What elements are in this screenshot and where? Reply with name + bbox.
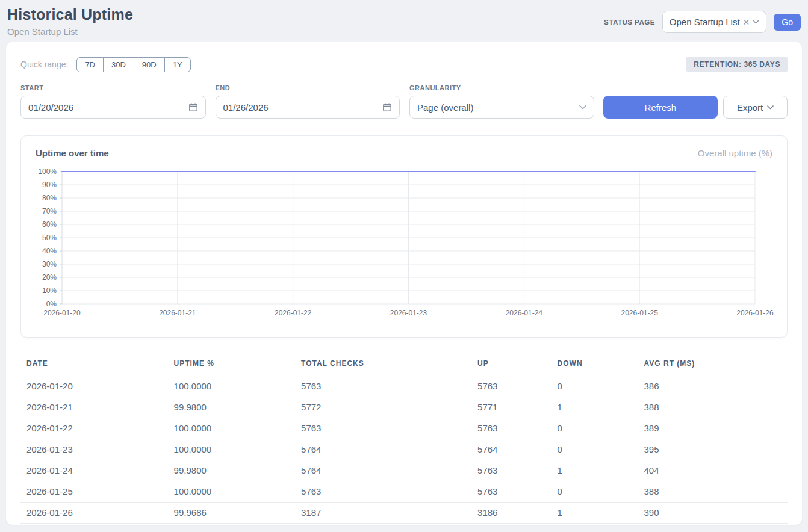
export-button[interactable]: Export xyxy=(723,96,788,119)
chart-title: Uptime over time xyxy=(36,148,109,158)
chart-area: 100%90%80%70%60%50%40%30%20%10%0%2026-01… xyxy=(36,167,772,318)
svg-text:2026-01-22: 2026-01-22 xyxy=(275,309,312,317)
status-page-label: STATUS PAGE xyxy=(604,19,655,26)
table-cell: 5772 xyxy=(295,397,471,418)
table-row: 2026-01-2499.9800576457631404 xyxy=(20,460,788,481)
table-cell: 5763 xyxy=(471,376,551,397)
table-cell: 5763 xyxy=(295,376,471,397)
column-header: DOWN xyxy=(552,353,638,376)
svg-text:80%: 80% xyxy=(42,194,57,202)
table-cell: 99.9800 xyxy=(168,460,295,481)
table-cell: 5763 xyxy=(295,418,471,439)
table-cell: 386 xyxy=(638,376,788,397)
end-label: END xyxy=(216,84,400,91)
svg-text:2026-01-23: 2026-01-23 xyxy=(390,309,427,317)
quick-range-30d[interactable]: 30D xyxy=(103,57,134,72)
svg-text:30%: 30% xyxy=(42,260,57,268)
filters-row: START END GRANULARITY Page (overall) xyxy=(20,84,788,119)
status-page-dropdown[interactable]: Open Startup List ✕ xyxy=(662,11,766,33)
uptime-table: DATEUPTIME %TOTAL CHECKSUPDOWNAVG RT (MS… xyxy=(20,353,788,524)
table-cell: 1 xyxy=(552,460,638,481)
uptime-chart-svg: 100%90%80%70%60%50%40%30%20%10%0%2026-01… xyxy=(36,167,774,318)
end-date-input-box xyxy=(216,96,400,119)
end-date-field: END xyxy=(216,84,400,119)
svg-text:2026-01-25: 2026-01-25 xyxy=(621,309,658,317)
table-head: DATEUPTIME %TOTAL CHECKSUPDOWNAVG RT (MS… xyxy=(20,353,788,376)
table-cell: 2026-01-20 xyxy=(20,376,168,397)
table-cell: 5764 xyxy=(295,439,471,460)
main-panel: Quick range: 7D 30D 90D 1Y RETENTION: 36… xyxy=(6,42,802,525)
table-header-row: DATEUPTIME %TOTAL CHECKSUPDOWNAVG RT (MS… xyxy=(20,353,788,376)
table-cell: 388 xyxy=(638,397,788,418)
svg-text:2026-01-24: 2026-01-24 xyxy=(506,309,543,317)
clear-selection-icon[interactable]: ✕ xyxy=(743,17,750,27)
status-page-value: Open Startup List xyxy=(670,17,740,27)
table-cell: 1 xyxy=(552,503,638,524)
table-cell: 5771 xyxy=(471,397,551,418)
table-cell: 5763 xyxy=(295,481,471,503)
table-cell: 99.9686 xyxy=(168,503,295,524)
svg-text:2026-01-21: 2026-01-21 xyxy=(159,309,196,317)
table-cell: 0 xyxy=(552,418,638,439)
table-cell: 0 xyxy=(552,481,638,503)
start-date-input-box xyxy=(20,96,206,119)
quick-range-group: 7D 30D 90D 1Y xyxy=(76,57,190,72)
quick-range-1y[interactable]: 1Y xyxy=(164,57,191,72)
chevron-down-icon xyxy=(753,20,759,24)
quick-range-7d[interactable]: 7D xyxy=(76,57,104,72)
column-header: DATE xyxy=(20,353,168,376)
table-cell: 389 xyxy=(638,418,788,439)
quick-range-label: Quick range: xyxy=(20,60,68,69)
header-right: STATUS PAGE Open Startup List ✕ Go xyxy=(604,11,801,33)
calendar-icon[interactable] xyxy=(382,102,392,112)
table-cell: 395 xyxy=(638,439,788,460)
table-row: 2026-01-2699.9686318731861390 xyxy=(20,503,788,524)
title-block: Historical Uptime Open Startup List xyxy=(7,6,133,37)
table-cell: 100.0000 xyxy=(168,439,295,460)
granularity-value: Page (overall) xyxy=(417,102,473,113)
table-cell: 2026-01-26 xyxy=(20,503,168,524)
table-cell: 5763 xyxy=(471,418,551,439)
table-cell: 3186 xyxy=(471,503,551,524)
column-header: UP xyxy=(471,353,551,376)
chart-legend: Overall uptime (%) xyxy=(698,148,772,158)
granularity-select[interactable]: Page (overall) xyxy=(409,96,594,119)
table-cell: 5763 xyxy=(471,481,551,503)
table-row: 2026-01-22100.0000576357630389 xyxy=(20,418,788,439)
go-button[interactable]: Go xyxy=(774,14,801,31)
table-cell: 2026-01-24 xyxy=(20,460,168,481)
table-cell: 1 xyxy=(552,397,638,418)
svg-text:10%: 10% xyxy=(42,286,57,295)
start-date-input[interactable] xyxy=(28,102,188,113)
quick-range-row: Quick range: 7D 30D 90D 1Y RETENTION: 36… xyxy=(20,57,788,72)
table-row: 2026-01-2199.9800577257711388 xyxy=(20,397,788,418)
page-header: Historical Uptime Open Startup List STAT… xyxy=(0,0,808,42)
granularity-label: GRANULARITY xyxy=(409,84,594,91)
table-cell: 2026-01-22 xyxy=(20,418,168,439)
table-cell: 100.0000 xyxy=(168,376,295,397)
svg-text:50%: 50% xyxy=(42,234,57,242)
table-cell: 404 xyxy=(638,460,788,481)
page-subtitle: Open Startup List xyxy=(7,26,133,37)
column-header: UPTIME % xyxy=(168,353,295,376)
svg-text:2026-01-20: 2026-01-20 xyxy=(43,309,81,317)
svg-text:40%: 40% xyxy=(42,247,57,255)
svg-text:60%: 60% xyxy=(42,220,57,229)
quick-range-90d[interactable]: 90D xyxy=(134,57,165,72)
calendar-icon[interactable] xyxy=(188,102,198,112)
chart-header: Uptime over time Overall uptime (%) xyxy=(36,148,772,158)
table-cell: 0 xyxy=(552,439,638,460)
table-row: 2026-01-20100.0000576357630386 xyxy=(20,376,788,397)
svg-text:90%: 90% xyxy=(42,181,57,189)
uptime-chart-card: Uptime over time Overall uptime (%) 100%… xyxy=(20,135,788,338)
table-cell: 100.0000 xyxy=(168,481,295,503)
table-cell: 3187 xyxy=(295,503,471,524)
svg-text:2026-01-26: 2026-01-26 xyxy=(736,309,774,317)
svg-text:0%: 0% xyxy=(46,300,57,308)
end-date-input[interactable] xyxy=(223,102,383,113)
table-row: 2026-01-23100.0000576457640395 xyxy=(20,439,788,460)
svg-text:20%: 20% xyxy=(42,273,57,282)
svg-text:70%: 70% xyxy=(42,207,57,215)
refresh-button[interactable]: Refresh xyxy=(603,96,718,119)
svg-text:100%: 100% xyxy=(38,167,57,176)
